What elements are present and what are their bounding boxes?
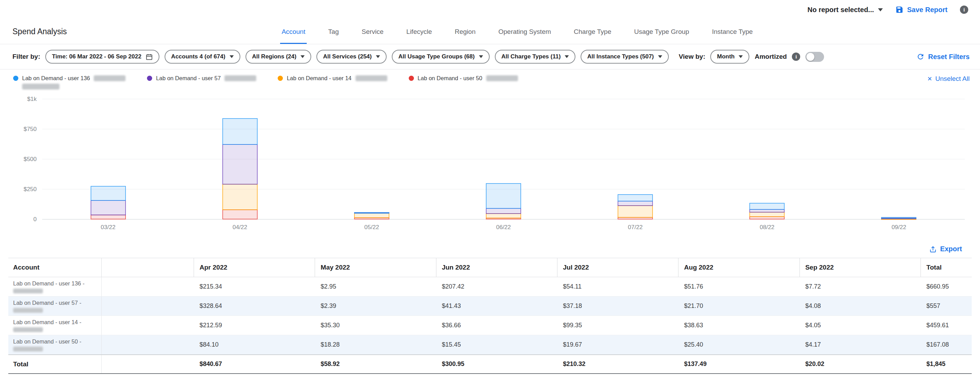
- cell-apr-2022: $328.64: [194, 297, 315, 316]
- table-spacer: [102, 297, 194, 316]
- amortized-info-icon[interactable]: [792, 52, 800, 61]
- reset-filters-button[interactable]: Reset Filters: [916, 52, 970, 61]
- table-spacer: [102, 258, 194, 277]
- bar-segment-lab-on-demand-user-57[interactable]: [91, 200, 126, 215]
- filter-pill-all-regions-24[interactable]: All Regions (24): [245, 50, 311, 63]
- tab-account[interactable]: Account: [280, 28, 307, 44]
- bar-segment-lab-on-demand-user-136[interactable]: [881, 217, 916, 219]
- filter-pill-all-usage-type-groups-68[interactable]: All Usage Type Groups (68): [392, 50, 490, 63]
- filter-pill-all-services-254[interactable]: All Services (254): [317, 50, 387, 63]
- legend-color-dot: [13, 76, 18, 81]
- column-header-account[interactable]: Account: [8, 258, 102, 277]
- x-axis-tick: 06/22: [438, 224, 569, 231]
- bar-09-22[interactable]: [881, 99, 916, 219]
- total-cell-apr-2022: $840.67: [194, 355, 315, 373]
- column-header-aug-2022[interactable]: Aug 2022: [678, 258, 799, 277]
- tabs: AccountTagServiceLifecycleRegionOperatin…: [280, 19, 754, 44]
- column-header-sep-2022[interactable]: Sep 2022: [800, 258, 921, 277]
- cell-jun-2022: $36.66: [436, 316, 557, 335]
- bar-segment-lab-on-demand-user-136[interactable]: [486, 183, 521, 209]
- bar-segment-lab-on-demand-user-136[interactable]: [749, 203, 784, 210]
- bar-06-22[interactable]: [486, 99, 521, 219]
- table-total-row: Total$840.67$58.92$300.95$210.32$137.49$…: [8, 355, 972, 374]
- filter-pill-label: All Regions (24): [252, 53, 296, 60]
- cell-sep-2022: $7.72: [800, 277, 921, 296]
- legend-label: Lab on Demand - user 136: [22, 75, 90, 82]
- account-cell: Lab on Demand - user 136 -: [8, 277, 102, 296]
- filter-pills: Time: 06 Mar 2022 - 06 Sep 2022Accounts …: [45, 50, 669, 63]
- filter-pill-all-instance-types-507[interactable]: All Instance Types (507): [581, 50, 668, 63]
- amortized-toggle[interactable]: [805, 52, 824, 62]
- bar-segment-lab-on-demand-user-14[interactable]: [486, 213, 521, 218]
- unselect-all-button[interactable]: Unselect All: [927, 75, 970, 82]
- save-icon: [895, 6, 904, 14]
- bar-segment-lab-on-demand-user-57[interactable]: [486, 208, 521, 214]
- column-header-jul-2022[interactable]: Jul 2022: [557, 258, 678, 277]
- filter-pill-all-charge-types-11[interactable]: All Charge Types (11): [495, 50, 576, 63]
- column-header-total[interactable]: Total: [921, 258, 972, 277]
- legend-item-lab-on-demand-user-136[interactable]: Lab on Demand - user 136: [13, 75, 126, 89]
- tab-charge-type[interactable]: Charge Type: [572, 28, 612, 44]
- info-icon[interactable]: [960, 6, 968, 14]
- cell-total: $459.61: [921, 316, 972, 335]
- tab-tag[interactable]: Tag: [327, 28, 340, 44]
- y-axis-tick: $750: [13, 126, 37, 133]
- legend-item-lab-on-demand-user-50[interactable]: Lab on Demand - user 50: [409, 75, 518, 89]
- bar-segment-lab-on-demand-user-14[interactable]: [222, 184, 258, 210]
- filter-pill-time[interactable]: Time: 06 Mar 2022 - 06 Sep 2022: [45, 50, 159, 63]
- amortized-label: Amortized: [754, 53, 787, 60]
- bar-segment-lab-on-demand-user-57[interactable]: [617, 201, 653, 206]
- bar-04-22[interactable]: [222, 99, 258, 219]
- legend-item-lab-on-demand-user-14[interactable]: Lab on Demand - user 14: [278, 75, 387, 89]
- x-axis-tick: 03/22: [42, 224, 174, 231]
- bar-03-22[interactable]: [91, 99, 126, 219]
- x-axis-tick: 04/22: [174, 224, 306, 231]
- x-axis-tick: 09/22: [833, 224, 965, 231]
- tab-region[interactable]: Region: [453, 28, 477, 44]
- filter-pill-accounts-4-of-674[interactable]: Accounts 4 (of 674): [165, 50, 240, 63]
- tab-lifecycle[interactable]: Lifecycle: [405, 28, 433, 44]
- filter-pill-label: All Usage Type Groups (68): [398, 53, 475, 60]
- tab-usage-type-group[interactable]: Usage Type Group: [633, 28, 690, 44]
- legend-label: Lab on Demand - user 57: [156, 75, 221, 82]
- report-selector[interactable]: No report selected...: [807, 6, 883, 14]
- total-cell-total: $1,845: [921, 355, 972, 373]
- page-title: Spend Analysis: [13, 27, 67, 36]
- column-header-jun-2022[interactable]: Jun 2022: [436, 258, 557, 277]
- bar-segment-lab-on-demand-user-136[interactable]: [617, 194, 653, 201]
- bar-05-22[interactable]: [354, 99, 389, 219]
- close-icon: [927, 75, 932, 82]
- caret-down-icon: [658, 55, 662, 58]
- bar-segment-lab-on-demand-user-136[interactable]: [91, 186, 126, 201]
- tab-service[interactable]: Service: [360, 28, 385, 44]
- bar-segment-lab-on-demand-user-50[interactable]: [91, 214, 126, 219]
- save-report-button[interactable]: Save Report: [895, 6, 948, 14]
- bar-08-22[interactable]: [749, 99, 784, 219]
- chart-column-04-22: 04/22: [174, 99, 306, 219]
- bar-segment-lab-on-demand-user-14[interactable]: [617, 205, 653, 218]
- account-name: Lab on Demand - user 57 -: [13, 300, 97, 306]
- chart-column-08-22: 08/22: [701, 99, 833, 219]
- view-by-dropdown[interactable]: Month: [710, 50, 749, 63]
- legend-item-lab-on-demand-user-57[interactable]: Lab on Demand - user 57: [147, 75, 256, 89]
- total-cell-jul-2022: $210.32: [557, 355, 678, 373]
- export-label: Export: [940, 245, 962, 253]
- bar-segment-lab-on-demand-user-136[interactable]: [354, 212, 389, 214]
- cell-jul-2022: $54.11: [557, 277, 678, 296]
- column-header-may-2022[interactable]: May 2022: [315, 258, 436, 277]
- bar-segment-lab-on-demand-user-50[interactable]: [222, 209, 258, 219]
- bar-segment-lab-on-demand-user-136[interactable]: [222, 118, 258, 145]
- filter-pill-label: All Services (254): [323, 53, 372, 60]
- bar-segment-lab-on-demand-user-57[interactable]: [222, 144, 258, 184]
- bar-segment-lab-on-demand-user-14[interactable]: [749, 212, 784, 217]
- tab-operating-system[interactable]: Operating System: [497, 28, 552, 44]
- chart-area: 03/2204/2205/2206/2207/2208/2209/22 $1k$…: [10, 94, 970, 237]
- export-button[interactable]: Export: [929, 245, 962, 253]
- bar-07-22[interactable]: [617, 99, 653, 219]
- filter-pill-label: All Charge Types (11): [501, 53, 561, 60]
- account-cell: Lab on Demand - user 57 -: [8, 297, 102, 316]
- bar-segment-lab-on-demand-user-14[interactable]: [354, 213, 389, 218]
- tab-instance-type[interactable]: Instance Type: [711, 28, 754, 44]
- title-tabs-row: Spend Analysis AccountTagServiceLifecycl…: [0, 19, 980, 44]
- column-header-apr-2022[interactable]: Apr 2022: [194, 258, 315, 277]
